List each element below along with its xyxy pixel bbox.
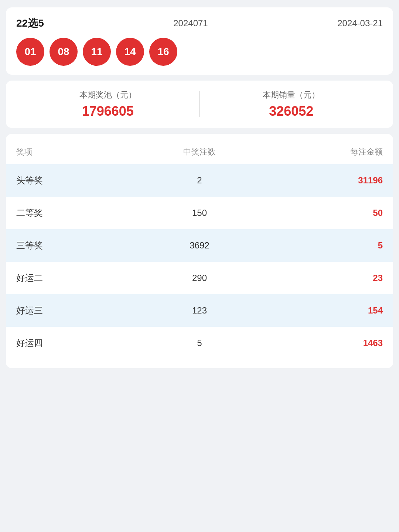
- prize-amount: 31196: [260, 175, 383, 186]
- prize-count: 3692: [139, 240, 261, 251]
- prize-count: 290: [139, 273, 261, 283]
- lottery-ball: 01: [16, 38, 44, 66]
- header-prize: 奖项: [16, 146, 139, 157]
- table-row: 二等奖15050: [16, 197, 383, 229]
- prize-amount: 154: [260, 305, 383, 316]
- prize-amount: 1463: [260, 338, 383, 348]
- pool-value: 1796605: [82, 104, 134, 119]
- table-row: 头等奖231196: [6, 164, 393, 197]
- prize-count: 123: [139, 305, 261, 316]
- sales-value: 326052: [269, 104, 313, 119]
- sales-section: 本期销量（元） 326052: [200, 89, 383, 119]
- lottery-ball: 08: [50, 38, 78, 66]
- table-row: 三等奖36925: [6, 229, 393, 262]
- table-header: 奖项 中奖注数 每注金额: [16, 143, 383, 164]
- lottery-ball: 16: [149, 38, 177, 66]
- header-count: 中奖注数: [139, 146, 261, 157]
- prize-amount: 23: [260, 273, 383, 283]
- prize-name: 好运二: [16, 272, 139, 284]
- draw-date: 2024-03-21: [337, 18, 383, 28]
- prize-pool-card: 本期奖池（元） 1796605 本期销量（元） 326052: [6, 81, 393, 128]
- prize-name: 二等奖: [16, 207, 139, 219]
- header-row: 22选5 2024071 2024-03-21: [16, 16, 383, 30]
- lottery-ball: 14: [116, 38, 144, 66]
- prize-name: 好运三: [16, 305, 139, 316]
- header-amount: 每注金额: [260, 146, 383, 157]
- lottery-name: 22选5: [16, 16, 44, 30]
- prize-count: 2: [139, 175, 261, 186]
- balls-row: 0108111416: [16, 38, 383, 66]
- table-row: 好运二29023: [16, 262, 383, 294]
- prize-pool-section: 本期奖池（元） 1796605: [16, 89, 200, 119]
- table-row: 好运四51463: [16, 327, 383, 359]
- table-rows: 头等奖231196二等奖15050三等奖36925好运二29023好运三1231…: [16, 164, 383, 359]
- prize-amount: 5: [260, 240, 383, 251]
- table-row: 好运三123154: [6, 294, 393, 327]
- prize-name: 头等奖: [16, 174, 139, 186]
- issue-number: 2024071: [173, 18, 208, 28]
- prize-table-card: 奖项 中奖注数 每注金额 头等奖231196二等奖15050三等奖36925好运…: [6, 134, 393, 368]
- lottery-header-card: 22选5 2024071 2024-03-21 0108111416: [6, 7, 393, 75]
- sales-label: 本期销量（元）: [263, 89, 320, 101]
- prize-name: 三等奖: [16, 240, 139, 251]
- prize-name: 好运四: [16, 337, 139, 349]
- prize-amount: 50: [260, 208, 383, 218]
- prize-count: 5: [139, 338, 261, 348]
- pool-label: 本期奖池（元）: [79, 89, 136, 101]
- prize-count: 150: [139, 208, 261, 218]
- lottery-ball: 11: [83, 38, 111, 66]
